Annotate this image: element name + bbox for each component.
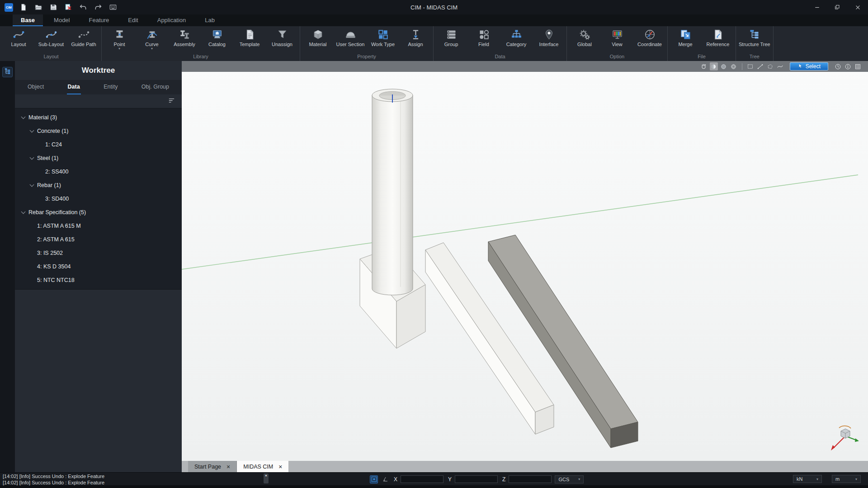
document-tab-bar: Start Page × MIDAS CIM × (182, 461, 868, 472)
chevron-down-icon: ▾ (816, 477, 818, 481)
view-button[interactable]: View (601, 27, 633, 53)
chevron-down-icon[interactable] (30, 182, 34, 187)
z-label: Z (502, 476, 505, 483)
template-button[interactable]: Template (233, 27, 266, 53)
worktree-tabs: Object Data Entity Obj. Group (15, 80, 182, 94)
minimize-button[interactable] (807, 0, 827, 14)
tree-item-label: 2: ASTM A 615 (37, 236, 75, 243)
chevron-down-icon[interactable] (21, 114, 26, 119)
coordinate-x-input[interactable] (401, 475, 443, 483)
save-icon[interactable] (49, 3, 58, 12)
global-button[interactable]: Global (568, 27, 601, 53)
work-type-icon (377, 28, 389, 41)
tree-item-rebar-specification[interactable]: Rebar Specification (5) (15, 206, 182, 219)
tab-base[interactable]: Base (13, 14, 43, 26)
snap-toggle-icon[interactable] (370, 475, 378, 483)
tree-item-astm-a615m[interactable]: 1: ASTM A 615 M (15, 219, 182, 233)
chevron-down-icon[interactable] (30, 128, 34, 132)
interface-button[interactable]: Interface (533, 27, 565, 53)
layout-button[interactable]: Layout (2, 27, 35, 53)
assign-button[interactable]: Assign (399, 27, 432, 53)
rectangle-select-icon[interactable] (746, 62, 755, 70)
3d-scene[interactable] (182, 72, 868, 461)
tab-application[interactable]: Application (149, 14, 194, 26)
keypad-icon[interactable] (108, 3, 118, 12)
close-button[interactable] (848, 0, 868, 14)
sort-filter-icon[interactable] (168, 97, 175, 106)
tree-item-ntc18[interactable]: 5: NTC NTC18 (15, 273, 182, 287)
tab-obj-group[interactable]: Obj. Group (141, 80, 170, 94)
chevron-down-icon[interactable] (21, 209, 26, 214)
tree-item-material[interactable]: Material (3) (15, 111, 182, 124)
close-model-icon[interactable] (64, 3, 73, 12)
category-button[interactable]: Category (500, 27, 533, 53)
coordinate-z-input[interactable] (509, 475, 552, 483)
coordinate-button[interactable]: Coordinate (633, 27, 666, 53)
undo-icon[interactable] (79, 3, 88, 12)
reference-button[interactable]: Reference (702, 27, 734, 53)
tab-entity[interactable]: Entity (103, 80, 118, 94)
field-button[interactable]: Field (467, 27, 500, 53)
history-clock-icon[interactable] (834, 62, 842, 70)
open-file-icon[interactable] (34, 3, 43, 12)
tab-data[interactable]: Data (67, 80, 81, 94)
group-button[interactable]: Group (435, 27, 467, 53)
close-tab-icon[interactable]: × (226, 464, 230, 470)
point-button[interactable]: Point ▾ (103, 27, 136, 53)
line-select-icon[interactable] (756, 62, 764, 70)
gray-view-icon[interactable] (720, 62, 728, 70)
force-unit-select[interactable]: kN ▾ (793, 475, 822, 483)
work-type-button[interactable]: Work Type (367, 27, 399, 53)
tree-item-ss400[interactable]: 2: SS400 (15, 165, 182, 178)
tree-item-sd400[interactable]: 3: SD400 (15, 192, 182, 206)
curve-select-icon[interactable] (776, 62, 784, 70)
new-document-icon[interactable] (19, 3, 28, 12)
tree-item-concrete[interactable]: Concrete (1) (15, 124, 182, 138)
shaded-view-icon[interactable] (710, 62, 718, 70)
grid-settings-icon[interactable] (854, 62, 862, 70)
angle-snap-icon[interactable] (381, 475, 389, 483)
orbit-icon[interactable] (700, 62, 708, 70)
unassign-button[interactable]: Unassign (266, 27, 298, 53)
restore-button[interactable] (827, 0, 848, 14)
tree-item-ksd3504[interactable]: 4: KS D 3504 (15, 260, 182, 273)
tab-midas-cim[interactable]: MIDAS CIM × (237, 461, 288, 472)
chevron-down-icon[interactable] (30, 155, 34, 160)
coordinate-y-input[interactable] (455, 475, 498, 483)
assembly-button[interactable]: Assembly (168, 27, 201, 53)
close-tab-icon[interactable]: × (278, 464, 282, 470)
log-output: [14:02] [Info] Success Undo : Explode Fe… (3, 473, 104, 486)
tab-lab[interactable]: Lab (197, 14, 223, 26)
redo-icon[interactable] (94, 3, 103, 12)
polygon-select-icon[interactable] (766, 62, 774, 70)
guide-path-icon (78, 28, 90, 41)
model-viewport[interactable]: Select (182, 61, 868, 461)
coordinate-system-select[interactable]: GCS ▾ (555, 475, 584, 483)
select-mode-button[interactable]: Select (790, 62, 828, 70)
tab-object[interactable]: Object (27, 80, 45, 94)
tree-item-rebar[interactable]: Rebar (1) (15, 178, 182, 192)
tree-item-steel[interactable]: Steel (1) (15, 151, 182, 165)
tree-item-astm-a615[interactable]: 2: ASTM A 615 (15, 233, 182, 246)
guide-path-button[interactable]: Guide Path (67, 27, 100, 53)
structure-tree-button[interactable]: Structure Tree (737, 27, 772, 53)
length-unit-select[interactable]: m ▾ (832, 475, 861, 483)
tab-edit[interactable]: Edit (120, 14, 146, 26)
worktree-panel-tab[interactable] (2, 67, 13, 77)
pier-column-cylinder[interactable] (372, 89, 413, 295)
sub-layout-button[interactable]: Sub-Layout (35, 27, 67, 53)
merge-button[interactable]: Merge (669, 27, 702, 53)
curve-button[interactable]: Curve ▾ (136, 27, 168, 53)
user-section-button[interactable]: User Section (334, 27, 367, 53)
wireframe-view-icon[interactable] (730, 62, 738, 70)
info-icon[interactable] (844, 62, 852, 70)
catalog-button[interactable]: Catalog (201, 27, 233, 53)
tree-item-is2502[interactable]: 3: IS 2502 (15, 246, 182, 260)
tab-model[interactable]: Model (46, 14, 78, 26)
tab-feature[interactable]: Feature (81, 14, 118, 26)
material-button[interactable]: Material (302, 27, 334, 53)
tab-start-page[interactable]: Start Page × (188, 461, 237, 472)
tree-item-c24[interactable]: 1: C24 (15, 138, 182, 151)
axis-triad[interactable] (831, 426, 859, 450)
log-scrollbar[interactable]: ▲ (264, 474, 269, 483)
